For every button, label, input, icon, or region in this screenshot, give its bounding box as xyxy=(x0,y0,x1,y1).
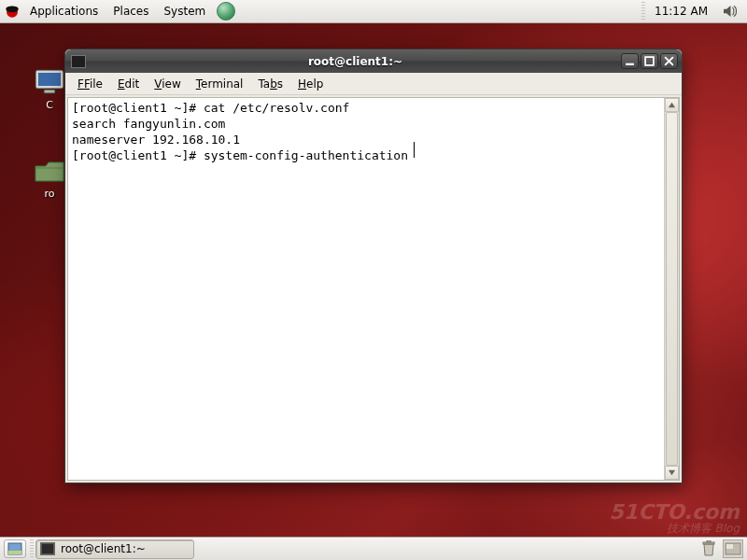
panel-separator xyxy=(30,539,34,558)
window-title: root@client1:~ xyxy=(92,55,619,68)
menu-file[interactable]: FFile xyxy=(71,75,109,93)
scroll-down-arrow-icon[interactable] xyxy=(665,466,679,480)
svg-rect-12 xyxy=(726,544,733,549)
scroll-thumb[interactable] xyxy=(666,112,678,466)
desktop-icon-label: ro xyxy=(44,188,54,200)
browser-launcher-icon[interactable] xyxy=(217,2,235,21)
distro-logo-icon[interactable] xyxy=(4,3,21,20)
text-cursor xyxy=(414,142,415,158)
svg-point-1 xyxy=(6,6,19,12)
menu-label: File xyxy=(84,77,103,91)
svg-rect-3 xyxy=(38,73,61,86)
terminal-body: [root@client1 ~]# cat /etc/resolv.conf s… xyxy=(67,97,680,481)
menu-places[interactable]: Places xyxy=(106,2,156,21)
menubar: FFile Edit View Terminal Tabs Help xyxy=(65,73,682,95)
terminal-output[interactable]: [root@client1 ~]# cat /etc/resolv.conf s… xyxy=(68,98,664,480)
show-desktop-button[interactable] xyxy=(4,539,26,558)
volume-icon[interactable] xyxy=(719,1,740,21)
scroll-track[interactable] xyxy=(665,112,679,466)
svg-rect-5 xyxy=(626,63,634,65)
svg-rect-6 xyxy=(645,57,654,65)
menu-system[interactable]: System xyxy=(156,2,213,21)
window-close-button[interactable] xyxy=(660,53,678,69)
menu-help[interactable]: Help xyxy=(291,75,330,93)
menu-terminal[interactable]: Terminal xyxy=(190,75,250,93)
panel-separator xyxy=(641,2,645,21)
taskbar-entry-terminal[interactable]: root@client1:~ xyxy=(35,539,194,559)
taskbar-entry-label: root@client1:~ xyxy=(61,542,146,555)
terminal-icon xyxy=(40,542,55,555)
menu-view[interactable]: View xyxy=(148,75,187,93)
scroll-up-arrow-icon[interactable] xyxy=(665,98,679,112)
menu-tabs[interactable]: Tabs xyxy=(251,75,289,93)
svg-rect-10 xyxy=(707,540,711,542)
terminal-window: root@client1:~ FFile Edit View Terminal … xyxy=(64,49,683,483)
svg-rect-8 xyxy=(8,551,21,554)
window-titlebar[interactable]: root@client1:~ xyxy=(65,49,682,73)
window-app-icon xyxy=(71,55,86,68)
trash-icon[interactable] xyxy=(698,539,719,558)
window-maximize-button[interactable] xyxy=(641,53,658,69)
top-panel: Applications Places System 11:12 AM xyxy=(0,0,747,23)
window-minimize-button[interactable] xyxy=(621,53,639,69)
bottom-panel: root@client1:~ xyxy=(0,537,747,560)
desktop-icon-label: C xyxy=(46,99,53,111)
clock[interactable]: 11:12 AM xyxy=(647,2,715,21)
menu-edit[interactable]: Edit xyxy=(111,75,146,93)
menu-applications[interactable]: Applications xyxy=(22,2,106,21)
vertical-scrollbar[interactable] xyxy=(664,98,679,480)
workspace-switcher[interactable] xyxy=(723,539,743,558)
svg-rect-4 xyxy=(44,90,55,93)
